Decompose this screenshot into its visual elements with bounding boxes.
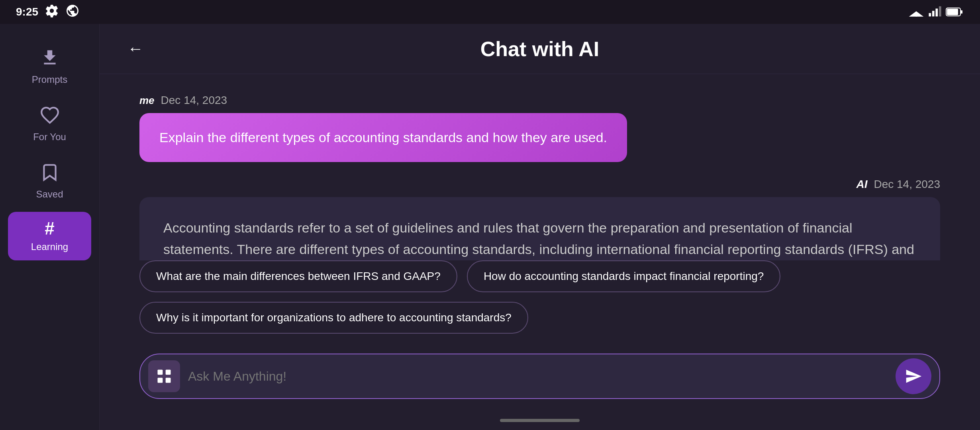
battery-icon [946, 6, 964, 18]
user-message-wrapper: me Dec 14, 2023 Explain the different ty… [139, 94, 940, 162]
input-icon-button[interactable] [148, 360, 180, 392]
wifi-icon [908, 6, 924, 18]
status-bar: 9:25 [0, 0, 980, 24]
input-wrapper [139, 354, 940, 399]
send-button[interactable] [896, 358, 931, 394]
svg-rect-1 [932, 11, 935, 16]
svg-rect-9 [158, 378, 163, 383]
svg-rect-0 [929, 13, 931, 17]
ai-message-date: Dec 14, 2023 [874, 178, 940, 191]
sidebar-item-prompts[interactable]: Prompts [0, 40, 99, 93]
sidebar-saved-label: Saved [36, 189, 63, 200]
ai-badge: AI [856, 178, 867, 191]
svg-rect-6 [947, 9, 958, 15]
sidebar: Prompts For You Saved # Learning [0, 24, 100, 430]
svg-rect-7 [158, 370, 163, 375]
sidebar-prompts-label: Prompts [32, 74, 67, 85]
input-area [100, 342, 980, 419]
world-icon [65, 4, 80, 21]
sidebar-item-learning[interactable]: # Learning [8, 212, 91, 260]
chat-header: ← Chat with AI [100, 24, 980, 74]
input-icon-svg [155, 367, 173, 385]
suggestion-btn-1[interactable]: How do accounting standards impact finan… [467, 260, 781, 292]
svg-rect-2 [935, 9, 938, 17]
ai-message-meta: AI Dec 14, 2023 [856, 178, 940, 191]
for-you-icon [40, 105, 60, 127]
time-display: 9:25 [16, 6, 38, 18]
svg-rect-10 [166, 378, 171, 383]
back-button[interactable]: ← [123, 36, 147, 62]
suggestion-btn-2[interactable]: Why is it important for organizations to… [139, 302, 528, 334]
main-content: ← Chat with AI me Dec 14, 2023 Explain t… [100, 24, 980, 430]
user-message-bubble: Explain the different types of accountin… [139, 113, 627, 162]
suggestion-btn-0[interactable]: What are the main differences between IF… [139, 260, 457, 292]
signal-icon [928, 5, 942, 19]
svg-rect-5 [960, 10, 962, 14]
status-icons-right [908, 5, 964, 19]
user-message-meta: me Dec 14, 2023 [139, 94, 227, 107]
home-indicator [500, 419, 580, 422]
ai-message-bubble: Accounting standards refer to a set of g… [139, 197, 940, 260]
learning-icon: # [45, 220, 54, 237]
bottom-bar [100, 419, 980, 430]
saved-icon [40, 162, 60, 185]
user-badge: me [139, 94, 155, 107]
sidebar-item-saved[interactable]: Saved [0, 154, 99, 208]
sidebar-item-for-you[interactable]: For You [0, 97, 99, 150]
ai-message-wrapper: AI Dec 14, 2023 Accounting standards ref… [139, 178, 940, 260]
page-title: Chat with AI [480, 37, 600, 61]
chat-messages: me Dec 14, 2023 Explain the different ty… [100, 74, 980, 260]
svg-rect-8 [166, 370, 171, 375]
settings-icon [45, 4, 59, 21]
suggestions-container: What are the main differences between IF… [100, 260, 980, 342]
sidebar-for-you-label: For You [33, 131, 66, 143]
prompts-icon [40, 48, 60, 70]
app-container: Prompts For You Saved # Learning ← Chat … [0, 0, 980, 430]
svg-rect-3 [939, 6, 941, 17]
sidebar-learning-label: Learning [31, 241, 68, 252]
send-icon [905, 367, 922, 385]
user-message-date: Dec 14, 2023 [161, 94, 227, 107]
chat-input[interactable] [188, 365, 888, 388]
status-left: 9:25 [16, 4, 80, 21]
